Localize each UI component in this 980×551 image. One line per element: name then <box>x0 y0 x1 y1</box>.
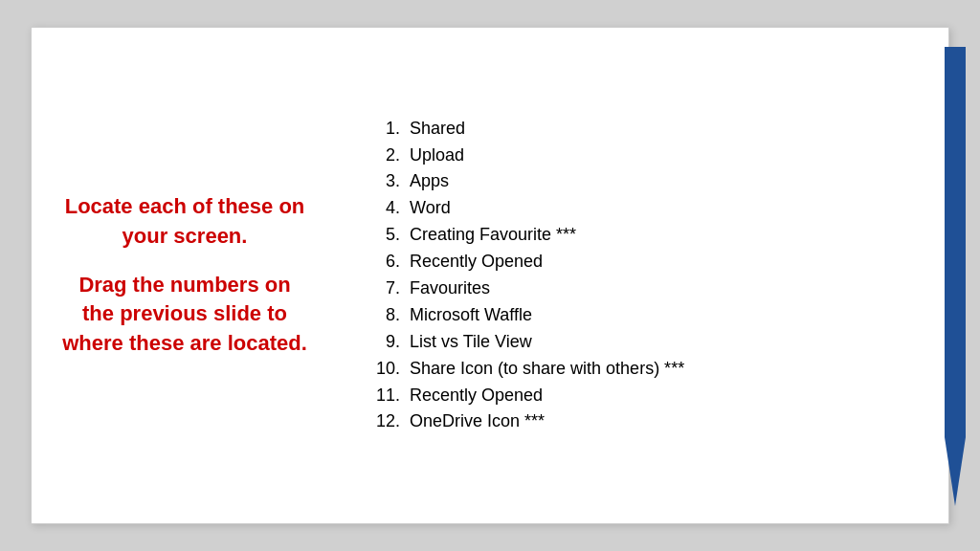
list-item: 10.Share Icon (to share with others) *** <box>357 356 910 383</box>
list-item-text: Recently Opened <box>410 383 543 409</box>
list-item: 6.Recently Opened <box>357 249 910 276</box>
list-item-text: Share Icon (to share with others) *** <box>410 356 684 383</box>
list-item: 2.Upload <box>357 143 910 169</box>
list-item-text: Recently Opened <box>410 249 543 276</box>
list-item-text: Microsoft Waffle <box>410 302 532 329</box>
list-item: 3.Apps <box>357 168 910 195</box>
list-item-text: Creating Favourite *** <box>410 222 576 249</box>
list-item-text: Apps <box>410 168 449 195</box>
list-item-text: OneDrive Icon *** <box>410 408 545 435</box>
list-item-number: 5. <box>357 222 410 249</box>
list-item: 7.Favourites <box>357 276 910 302</box>
list-item-number: 1. <box>357 116 410 143</box>
list-item: 4.Word <box>357 195 910 222</box>
list-item-text: Upload <box>410 143 464 169</box>
left-panel: Locate each of these on your screen. Dra… <box>32 28 338 523</box>
blue-tab-decoration <box>945 47 966 506</box>
locate-instruction: Locate each of these on your screen. <box>60 192 309 252</box>
list-item-text: Word <box>410 195 451 222</box>
list-item-number: 8. <box>357 302 410 329</box>
list-item: 5.Creating Favourite *** <box>357 222 910 249</box>
list-item-number: 4. <box>357 195 410 222</box>
list-item-number: 6. <box>357 249 410 276</box>
list-item-text: Favourites <box>410 276 490 302</box>
list-item-number: 2. <box>357 143 410 169</box>
list-item-number: 3. <box>357 168 410 195</box>
list-item: 9.List vs Tile View <box>357 329 910 356</box>
items-list: 1.Shared2.Upload3.Apps4.Word5.Creating F… <box>357 116 910 436</box>
list-item: 8.Microsoft Waffle <box>357 302 910 329</box>
list-item-text: Shared <box>410 116 465 143</box>
list-item-number: 7. <box>357 276 410 302</box>
list-item: 1.Shared <box>357 116 910 143</box>
list-item-text: List vs Tile View <box>410 329 532 356</box>
list-item-number: 11. <box>357 383 410 409</box>
drag-instruction: Drag the numbers on the previous slide t… <box>60 271 309 359</box>
list-item-number: 9. <box>357 329 410 356</box>
slide: Locate each of these on your screen. Dra… <box>31 27 949 524</box>
right-panel: 1.Shared2.Upload3.Apps4.Word5.Creating F… <box>338 28 948 523</box>
list-item: 12.OneDrive Icon *** <box>357 408 910 435</box>
list-item: 11.Recently Opened <box>357 383 910 409</box>
list-item-number: 10. <box>357 356 410 383</box>
list-item-number: 12. <box>357 408 410 435</box>
